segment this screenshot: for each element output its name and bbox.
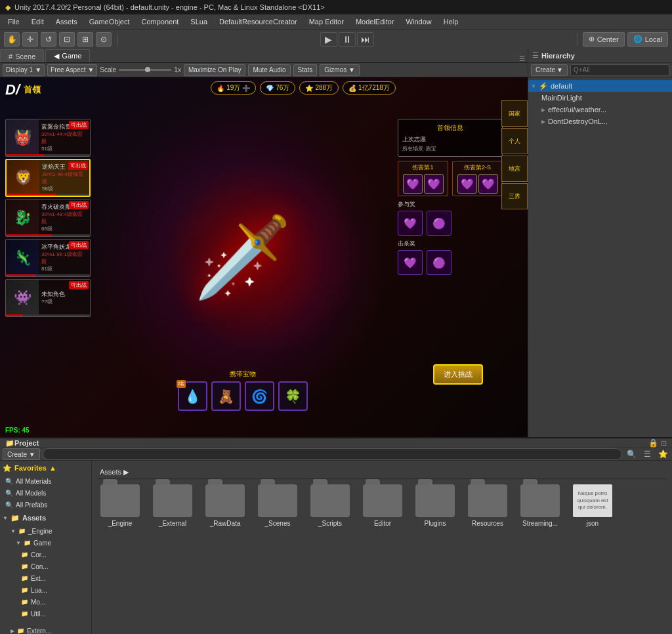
side-btn-dungeon-label: 地宫 xyxy=(509,165,520,173)
main-character-art: 🗡️ xyxy=(194,211,292,304)
tool-hand[interactable]: ✋ xyxy=(4,32,20,47)
center-button[interactable]: ⊕ Center xyxy=(583,32,625,47)
gizmos-btn[interactable]: Gizmos ▼ xyxy=(320,64,360,76)
menu-window[interactable]: Window xyxy=(401,16,437,27)
hier-item-dontdestroy[interactable]: ▶ DontDestroyOnL... xyxy=(539,116,672,127)
left-panel: # Scene ◀ Game ☰ Display 1 ▼ Free As xyxy=(0,49,528,437)
folder-editor[interactable]: Editor xyxy=(360,484,406,527)
step-button[interactable]: ⏭ xyxy=(357,32,374,47)
fav-all-materials[interactable]: 🔍 All Materials xyxy=(0,475,91,487)
hier-item-maindirlight[interactable]: MainDirLight xyxy=(539,92,672,104)
folder-external[interactable]: _External xyxy=(150,484,196,527)
display-dropdown[interactable]: Display 1 ▼ xyxy=(3,64,45,76)
folder-rawdata[interactable]: _RawData xyxy=(202,484,248,527)
menu-assets[interactable]: Assets xyxy=(51,16,83,27)
hierarchy-search[interactable] xyxy=(570,64,669,76)
hier-item-effect[interactable]: ▶ effect/ui/weather... xyxy=(539,104,672,116)
tree-lua[interactable]: 📁 Lua... xyxy=(16,584,91,596)
proj-filter-btn[interactable]: ☰ xyxy=(640,448,654,460)
fav-all-prefabs[interactable]: 🔍 All Prefabs xyxy=(0,499,91,511)
tree-con[interactable]: 📁 Con... xyxy=(16,560,91,572)
menu-mapeditor[interactable]: Map Editor xyxy=(304,16,349,27)
reward-gem-4: 💜 xyxy=(478,174,498,194)
item-slot-4[interactable]: 🍀 xyxy=(278,381,308,411)
project-create-btn[interactable]: Create ▼ xyxy=(3,448,40,460)
tool-multi[interactable]: ⊙ xyxy=(96,32,112,47)
side-btn-nation[interactable]: 国家 xyxy=(501,100,528,127)
stats-btn[interactable]: Stats xyxy=(293,64,318,76)
char-item-2[interactable]: 🦁 逆焰天王 30%1-48:4级御雷殿 58级 可出战 xyxy=(5,159,91,197)
folder-label-plugins: Plugins xyxy=(425,520,446,527)
side-btn-dungeon[interactable]: 地宫 xyxy=(501,156,528,182)
tab-game[interactable]: ◀ Game xyxy=(45,49,90,62)
resource-gold: 💰 1亿7218万 xyxy=(343,81,396,95)
maximize-btn[interactable]: Maximize On Play xyxy=(184,64,246,76)
menu-defaultresource[interactable]: DefaultResourceCreator xyxy=(214,16,303,27)
folder-label-streaming: Streaming... xyxy=(522,520,558,527)
item-slot-2[interactable]: 🧸 xyxy=(211,381,241,411)
fav-all-models[interactable]: 🔍 All Models xyxy=(0,487,91,499)
diff-btn-1[interactable]: 伤害第1 💜 💜 xyxy=(398,161,448,196)
local-button[interactable]: 🌐 Local xyxy=(627,32,668,47)
menu-file[interactable]: File xyxy=(3,16,25,27)
challenge-button[interactable]: 进入挑战 xyxy=(433,364,483,385)
favorites-header[interactable]: ⭐ Favorites ▲ xyxy=(0,461,91,475)
folder-icon-big-external xyxy=(153,484,192,517)
menu-gameobject[interactable]: GameObject xyxy=(84,16,135,27)
char-item-1[interactable]: 👹 蓝翼金拟雪 30%1-44:4级御雷殿 51级 可出战 xyxy=(5,119,91,157)
tree-extern[interactable]: ▶ 📁 Extern... xyxy=(5,625,91,634)
file-json[interactable]: Neque porro quisquam est qui dolorem. js… xyxy=(570,484,616,527)
resource-star: ⭐ 288万 xyxy=(299,81,339,95)
folder-scripts[interactable]: _Scripts xyxy=(307,484,353,527)
assets-tree-header[interactable]: ▼ 📁 Assets xyxy=(0,511,91,525)
tree-mo[interactable]: 📁 Mo... xyxy=(16,596,91,608)
menu-component[interactable]: Component xyxy=(136,16,184,27)
proj-star-btn[interactable]: ⭐ xyxy=(656,448,669,460)
tool-rotate[interactable]: ↺ xyxy=(41,32,56,47)
tree-engine[interactable]: ▼ 📁 _Engine xyxy=(5,525,91,537)
side-btn-personal[interactable]: 个人 xyxy=(501,128,528,154)
hier-item-default[interactable]: ▼ ⚡ default xyxy=(528,80,672,92)
folder-scenes[interactable]: _Scenes xyxy=(255,484,301,527)
menu-modeleditor[interactable]: ModelEditor xyxy=(350,16,400,27)
char-item-4[interactable]: 🦎 冰平角妖龙 30%1-99:1级御雷殿 81级 可出战 xyxy=(5,239,91,277)
menu-edit[interactable]: Edit xyxy=(26,16,49,27)
menu-help[interactable]: Help xyxy=(438,16,464,27)
side-btn-world[interactable]: 三界 xyxy=(501,183,528,209)
tree-util[interactable]: 📁 Util... xyxy=(16,608,91,620)
tool-rect[interactable]: ⊞ xyxy=(77,32,93,47)
folder-engine[interactable]: _Engine xyxy=(97,484,143,527)
pause-button[interactable]: ⏸ xyxy=(339,32,356,47)
play-button[interactable]: ▶ xyxy=(320,32,337,47)
kill-rewards: 💜 🟣 xyxy=(398,250,503,275)
char-item-5[interactable]: 👾 未知角色 ??级 可出战 xyxy=(5,279,91,317)
tree-cor[interactable]: 📁 Cor... xyxy=(16,549,91,560)
char-item-3[interactable]: 🐉 吞火破炎魔 30%1-48:4级御雷殿 66级 可出战 xyxy=(5,199,91,237)
char-progress-fill-5 xyxy=(6,314,23,316)
panel-options[interactable]: ☰ xyxy=(519,55,525,62)
tree-game[interactable]: ▼ 📁 Game xyxy=(10,537,91,549)
proj-search-icon-btn[interactable]: 🔍 xyxy=(625,448,638,460)
scale-slider[interactable] xyxy=(119,69,171,71)
tab-scene[interactable]: # Scene xyxy=(0,49,44,62)
tree-ext[interactable]: 📁 Ext... xyxy=(16,572,91,584)
aspect-dropdown[interactable]: Free Aspect ▼ xyxy=(47,64,97,76)
item-slot-3[interactable]: 🌀 xyxy=(245,381,274,411)
side-buttons: 国家 个人 地宫 三界 xyxy=(501,100,528,211)
tool-move[interactable]: ✛ xyxy=(22,32,38,47)
menu-slua[interactable]: SLua xyxy=(185,16,213,27)
item-slot-1[interactable]: 2装 💧 xyxy=(178,381,207,411)
folder-plugins[interactable]: Plugins xyxy=(412,484,458,527)
folder-label-scenes: _Scenes xyxy=(265,520,291,527)
panel-maximize[interactable]: ⊡ xyxy=(661,439,667,448)
separator-2 xyxy=(577,33,578,46)
folder-resources[interactable]: Resources xyxy=(465,484,511,527)
tree-arrow-engine: ▼ xyxy=(10,528,16,534)
mute-btn[interactable]: Mute Audio xyxy=(248,64,290,76)
hierarchy-create-btn[interactable]: Create ▼ xyxy=(531,64,568,76)
folder-icon-extern: 📁 xyxy=(17,627,24,634)
folder-streaming[interactable]: Streaming... xyxy=(517,484,563,527)
diff-btn-2[interactable]: 伤害第2-S 💜 💜 xyxy=(452,161,503,196)
project-search[interactable] xyxy=(43,448,622,460)
tool-scale[interactable]: ⊡ xyxy=(59,32,75,47)
